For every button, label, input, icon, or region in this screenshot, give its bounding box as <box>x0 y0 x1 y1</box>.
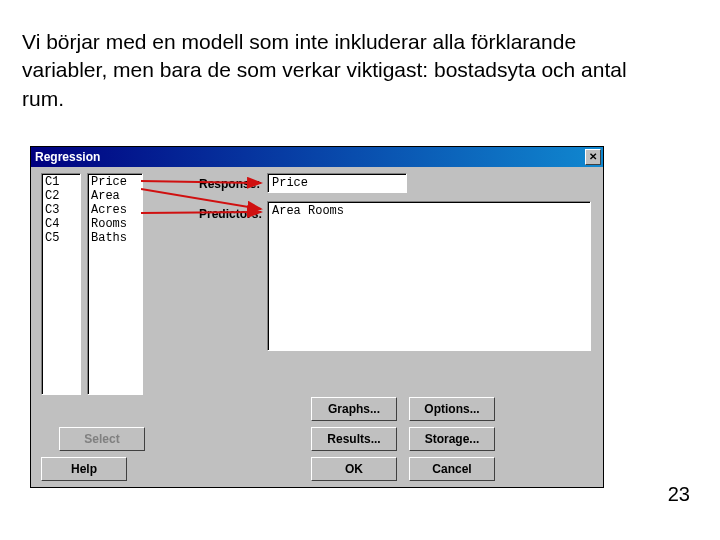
list-item[interactable]: C1 <box>45 175 77 189</box>
response-input[interactable]: Price <box>267 173 407 193</box>
close-icon: ✕ <box>589 151 597 162</box>
list-item[interactable]: C5 <box>45 231 77 245</box>
select-button[interactable]: Select <box>59 427 145 451</box>
cancel-button[interactable]: Cancel <box>409 457 495 481</box>
regression-dialog: Regression ✕ C1 C2 C3 C4 C5 Price Area A… <box>30 146 604 488</box>
response-input-value: Price <box>272 176 308 190</box>
ok-button[interactable]: OK <box>311 457 397 481</box>
response-label: Response: <box>199 177 260 191</box>
predictors-input-value: Area Rooms <box>272 204 344 218</box>
predictors-label: Predictors: <box>199 207 262 221</box>
list-item[interactable]: C2 <box>45 189 77 203</box>
list-item[interactable]: C4 <box>45 217 77 231</box>
help-button[interactable]: Help <box>41 457 127 481</box>
slide-paragraph: Vi börjar med en modell som inte inklude… <box>22 28 662 113</box>
storage-button[interactable]: Storage... <box>409 427 495 451</box>
dialog-titlebar: Regression ✕ <box>31 147 603 167</box>
close-button[interactable]: ✕ <box>585 149 601 165</box>
dialog-body: C1 C2 C3 C4 C5 Price Area Acres Rooms Ba… <box>31 167 603 487</box>
list-item[interactable]: Baths <box>91 231 139 245</box>
list-item[interactable]: Area <box>91 189 139 203</box>
svg-line-1 <box>141 189 261 209</box>
column-id-list[interactable]: C1 C2 C3 C4 C5 <box>41 173 81 395</box>
list-item[interactable]: Rooms <box>91 217 139 231</box>
list-item[interactable]: Price <box>91 175 139 189</box>
list-item[interactable]: Acres <box>91 203 139 217</box>
slide-page-number: 23 <box>668 483 690 506</box>
results-button[interactable]: Results... <box>311 427 397 451</box>
list-item[interactable]: C3 <box>45 203 77 217</box>
predictors-input[interactable]: Area Rooms <box>267 201 591 351</box>
options-button[interactable]: Options... <box>409 397 495 421</box>
column-name-list[interactable]: Price Area Acres Rooms Baths <box>87 173 143 395</box>
graphs-button[interactable]: Graphs... <box>311 397 397 421</box>
dialog-title: Regression <box>35 150 100 164</box>
